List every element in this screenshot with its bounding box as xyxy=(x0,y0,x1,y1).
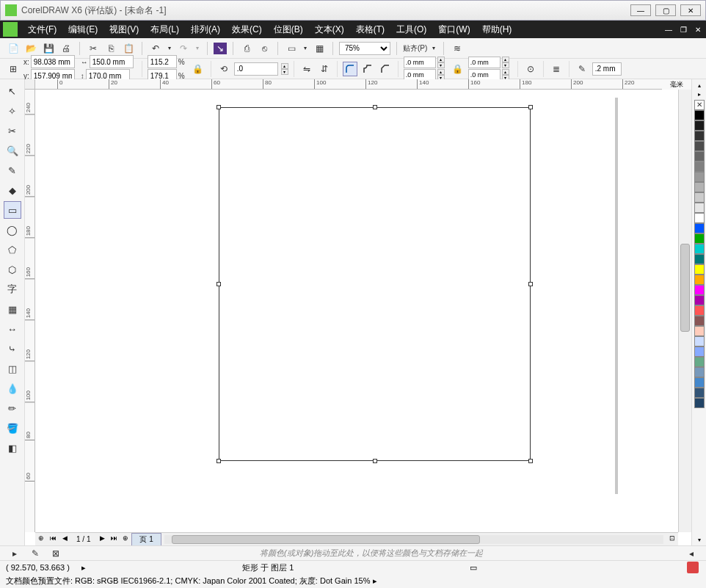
width-input[interactable] xyxy=(90,55,134,68)
menu-bitmaps[interactable]: 位图(B) xyxy=(268,23,309,36)
swatch-26[interactable] xyxy=(694,367,705,377)
swatch-9[interactable] xyxy=(694,192,705,203)
vertical-ruler[interactable]: 2402202001801601401201008060 xyxy=(25,90,35,532)
h-scroll-thumb[interactable] xyxy=(172,535,480,544)
page-tab[interactable]: 页 1 xyxy=(131,533,161,546)
palette-expand-button[interactable]: ▸ xyxy=(694,91,705,100)
maximize-button[interactable]: ▢ xyxy=(655,4,676,16)
menu-view[interactable]: 视图(V) xyxy=(103,23,145,36)
doc-palette-menu-icon[interactable]: ▸ xyxy=(7,546,22,561)
prev-page-button[interactable]: ◀ xyxy=(59,534,70,545)
first-page-button[interactable]: ⏮ xyxy=(47,534,59,545)
swatch-7[interactable] xyxy=(694,172,705,182)
doc-minimize-button[interactable]: — xyxy=(663,24,674,35)
swatch-2[interactable] xyxy=(694,120,705,131)
palette-up-button[interactable]: ▴ xyxy=(694,82,705,91)
text-tool[interactable]: 字 xyxy=(4,280,21,298)
smart-fill-tool[interactable]: ◆ xyxy=(4,181,21,199)
print-button[interactable]: 🖨 xyxy=(59,41,73,56)
copy-button[interactable]: ⎘ xyxy=(103,41,118,56)
handle-l[interactable] xyxy=(216,282,221,286)
pick-tool[interactable]: ↖ xyxy=(4,82,21,100)
handle-t[interactable] xyxy=(373,105,377,109)
v-scroll-thumb[interactable] xyxy=(680,244,690,332)
options-icon[interactable]: ≋ xyxy=(450,41,465,56)
user-icon[interactable] xyxy=(687,562,699,573)
cut-button[interactable]: ✂ xyxy=(86,41,101,56)
corel-icon[interactable] xyxy=(3,22,18,37)
rectangle-tool[interactable]: ▭ xyxy=(4,201,21,219)
last-page-button[interactable]: ⏭ xyxy=(108,534,120,545)
menu-help[interactable]: 帮助(H) xyxy=(476,23,518,36)
export-icon[interactable]: ⎋ xyxy=(257,41,272,56)
minimize-button[interactable]: — xyxy=(630,4,651,16)
handle-r[interactable] xyxy=(528,282,533,286)
status-next-icon[interactable]: ▸ xyxy=(81,563,86,573)
polygon-tool[interactable]: ⬠ xyxy=(4,241,21,258)
x-position-input[interactable] xyxy=(31,55,75,68)
menu-layout[interactable]: 布局(L) xyxy=(145,23,185,36)
corner-chamfer-icon[interactable] xyxy=(378,62,393,76)
ruler-unit-label[interactable]: 毫米 xyxy=(662,79,691,90)
angle-input[interactable] xyxy=(234,62,278,76)
swatch-1[interactable] xyxy=(694,110,705,120)
swatch-18[interactable] xyxy=(694,285,705,295)
swatch-12[interactable] xyxy=(694,223,705,233)
handle-tr[interactable] xyxy=(528,105,533,109)
add-page-after-icon[interactable]: ⊕ xyxy=(120,534,131,545)
doc-palette-none-icon[interactable]: ⊠ xyxy=(48,546,63,561)
lock-ratio-icon[interactable]: 🔒 xyxy=(191,62,205,76)
doc-restore-button[interactable]: ❐ xyxy=(678,24,688,35)
open-button[interactable]: 📂 xyxy=(23,41,38,56)
doc-close-button[interactable]: ✕ xyxy=(693,24,703,35)
horizontal-ruler[interactable]: 020406080100120140160180200220 xyxy=(35,79,678,90)
swatch-0[interactable] xyxy=(694,100,705,110)
handle-tl[interactable] xyxy=(216,105,221,109)
fill-status-icon[interactable]: ▭ xyxy=(470,563,477,573)
basic-shapes-tool[interactable]: ⬡ xyxy=(4,261,21,278)
new-button[interactable]: 📄 xyxy=(6,41,21,56)
profile-next-icon[interactable]: ▸ xyxy=(373,576,377,586)
snap-label[interactable]: 贴齐(P) xyxy=(403,43,427,54)
menu-table[interactable]: 表格(T) xyxy=(350,23,390,36)
paste-button[interactable]: 📋 xyxy=(121,41,136,56)
launch-icon[interactable]: ▭ xyxy=(284,41,299,56)
swatch-5[interactable] xyxy=(694,151,705,161)
dimension-tool[interactable]: ↔ xyxy=(4,320,21,338)
doc-palette-eyedrop-icon[interactable]: ✎ xyxy=(28,546,43,561)
swatch-23[interactable] xyxy=(694,336,705,346)
palette-down-button[interactable]: ▾ xyxy=(694,537,705,545)
swatch-15[interactable] xyxy=(694,254,705,264)
wrap-text-icon[interactable]: ≣ xyxy=(549,62,564,76)
import-button[interactable]: ↘ xyxy=(214,43,227,54)
swatch-16[interactable] xyxy=(694,264,705,275)
save-button[interactable]: 💾 xyxy=(41,41,56,56)
swatch-29[interactable] xyxy=(694,398,705,408)
handle-b[interactable] xyxy=(373,459,377,463)
shape-tool[interactable]: ✧ xyxy=(4,102,21,120)
add-page-icon[interactable]: ⊕ xyxy=(35,534,47,545)
redo-drop-icon[interactable]: ▾ xyxy=(194,41,201,56)
corner-scallop-icon[interactable] xyxy=(360,62,375,76)
rectangle-object[interactable] xyxy=(219,107,531,461)
swatch-17[interactable] xyxy=(694,275,705,285)
handle-br[interactable] xyxy=(528,459,533,463)
swatch-3[interactable] xyxy=(694,131,705,141)
swatch-22[interactable] xyxy=(694,326,705,336)
swatch-20[interactable] xyxy=(694,305,705,316)
outline-tool[interactable]: ✏ xyxy=(4,399,21,417)
vertical-scrollbar[interactable] xyxy=(678,90,691,532)
menu-text[interactable]: 文本(X) xyxy=(309,23,350,36)
angle-down[interactable]: ▾ xyxy=(281,69,288,75)
mirror-h-icon[interactable]: ⇋ xyxy=(299,62,314,76)
swatch-13[interactable] xyxy=(694,233,705,244)
swatch-24[interactable] xyxy=(694,346,705,357)
menu-edit[interactable]: 编辑(E) xyxy=(62,23,103,36)
menu-file[interactable]: 文件(F) xyxy=(22,23,62,36)
redo-button[interactable]: ↷ xyxy=(176,41,191,56)
corner3-input[interactable] xyxy=(468,57,501,68)
swatch-27[interactable] xyxy=(694,377,705,388)
zoom-select[interactable]: 75% xyxy=(339,42,390,55)
swatch-8[interactable] xyxy=(694,182,705,192)
interactive-fill-tool[interactable]: ◧ xyxy=(4,439,21,457)
